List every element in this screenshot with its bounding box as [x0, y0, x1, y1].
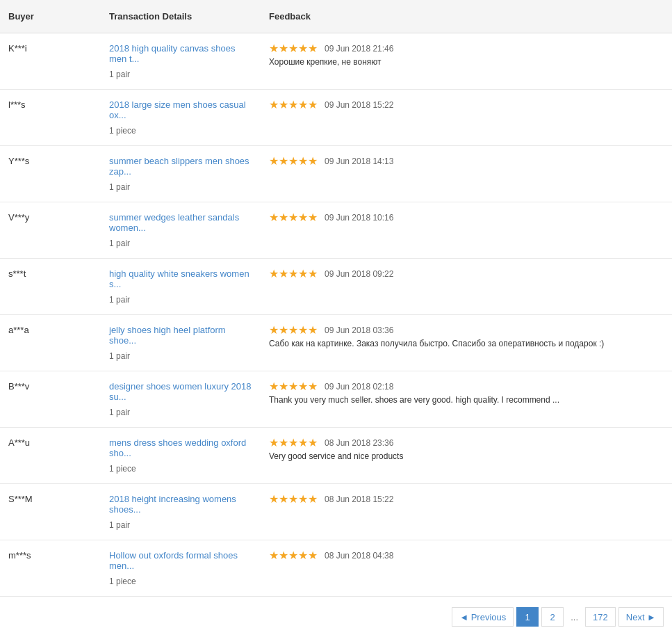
stars-row: ★★★★★ 09 Jun 2018 03:36: [269, 325, 664, 336]
feedback-date: 09 Jun 2018 14:13: [325, 156, 393, 166]
star-icon: ★: [269, 212, 279, 223]
star-icon: ★: [298, 381, 308, 392]
feedback-text: Very good service and nice products: [269, 451, 664, 461]
transaction-link[interactable]: summer wedges leather sandals women...: [109, 212, 252, 233]
transaction-link[interactable]: designer shoes women luxury 2018 su...: [109, 381, 252, 402]
star-icon: ★: [279, 550, 288, 561]
buyer-cell: A***u: [0, 428, 101, 483]
table-body: K***i 2018 high quality canvas shoes men…: [0, 33, 672, 597]
star-icon: ★: [298, 550, 308, 561]
stars: ★★★★★: [269, 437, 318, 449]
feedback-cell: ★★★★★ 09 Jun 2018 10:16: [261, 202, 672, 258]
star-icon: ★: [279, 494, 288, 505]
stars-row: ★★★★★ 08 Jun 2018 15:22: [269, 494, 664, 505]
quantity: 1 pair: [109, 239, 252, 248]
table-row: A***u mens dress shoes wedding oxford sh…: [0, 428, 672, 484]
transaction-link[interactable]: 2018 large size men shoes casual ox...: [109, 99, 252, 120]
feedback-cell: ★★★★★ 09 Jun 2018 02:18 Thank you very m…: [261, 371, 672, 427]
star-icon: ★: [298, 494, 308, 505]
table-row: l***s 2018 large size men shoes casual o…: [0, 90, 672, 146]
star-icon: ★: [288, 437, 298, 449]
feedback-date: 08 Jun 2018 15:22: [325, 494, 393, 504]
table-row: S***M 2018 height increasing womens shoe…: [0, 484, 672, 540]
page-1-button[interactable]: 1: [516, 607, 539, 627]
star-icon: ★: [308, 381, 318, 392]
star-icon: ★: [279, 156, 288, 167]
quantity: 1 pair: [109, 70, 252, 79]
quantity: 1 pair: [109, 295, 252, 305]
stars: ★★★★★: [269, 550, 318, 561]
next-button[interactable]: Next ►: [618, 607, 664, 627]
transaction-link[interactable]: 2018 high quality canvas shoes men t...: [109, 43, 252, 64]
stars-row: ★★★★★ 09 Jun 2018 21:46: [269, 43, 664, 54]
transaction-link[interactable]: high quality white sneakers women s...: [109, 268, 252, 289]
transaction-link[interactable]: 2018 height increasing womens shoes...: [109, 494, 252, 515]
reviews-table: Buyer Transaction Details Feedback K***i…: [0, 0, 672, 628]
feedback-text: Хорошие крепкие, не воняют: [269, 57, 664, 67]
star-icon: ★: [298, 437, 308, 449]
star-icon: ★: [288, 43, 298, 54]
table-row: m***s Hollow out oxfords formal shoes me…: [0, 540, 672, 597]
header-buyer: Buyer: [0, 7, 101, 26]
star-icon: ★: [298, 43, 308, 54]
star-icon: ★: [269, 325, 279, 336]
buyer-cell: Y***s: [0, 146, 101, 202]
star-icon: ★: [308, 325, 318, 336]
stars-row: ★★★★★ 09 Jun 2018 15:22: [269, 99, 664, 111]
buyer-name: A***u: [8, 437, 30, 448]
transaction-cell: high quality white sneakers women s... 1…: [101, 259, 261, 314]
star-icon: ★: [288, 212, 298, 223]
feedback-cell: ★★★★★ 09 Jun 2018 03:36 Сабо как на карт…: [261, 315, 672, 371]
transaction-cell: summer beach slippers men shoes zap... 1…: [101, 146, 261, 202]
feedback-cell: ★★★★★ 09 Jun 2018 09:22: [261, 259, 672, 314]
star-icon: ★: [298, 156, 308, 167]
feedback-date: 08 Jun 2018 23:36: [325, 438, 393, 448]
star-icon: ★: [269, 550, 279, 561]
feedback-date: 09 Jun 2018 21:46: [325, 44, 393, 54]
transaction-link[interactable]: Hollow out oxfords formal shoes men...: [109, 550, 252, 571]
page-2-button[interactable]: 2: [541, 607, 564, 627]
feedback-cell: ★★★★★ 08 Jun 2018 04:38: [261, 540, 672, 596]
buyer-name: V***y: [8, 212, 29, 223]
transaction-link[interactable]: jelly shoes high heel platform shoe...: [109, 325, 252, 346]
stars-row: ★★★★★ 09 Jun 2018 14:13: [269, 156, 664, 167]
star-icon: ★: [288, 494, 298, 505]
star-icon: ★: [279, 43, 288, 54]
star-icon: ★: [269, 43, 279, 54]
star-icon: ★: [288, 325, 298, 336]
buyer-name: m***s: [8, 550, 31, 561]
table-row: V***y summer wedges leather sandals wome…: [0, 202, 672, 259]
transaction-link[interactable]: mens dress shoes wedding oxford sho...: [109, 437, 252, 458]
buyer-name: s***t: [8, 268, 26, 279]
star-icon: ★: [308, 43, 318, 54]
feedback-date: 09 Jun 2018 15:22: [325, 100, 393, 110]
star-icon: ★: [279, 212, 288, 223]
feedback-date: 09 Jun 2018 03:36: [325, 325, 393, 335]
star-icon: ★: [269, 99, 279, 111]
stars-row: ★★★★★ 09 Jun 2018 09:22: [269, 268, 664, 280]
previous-button[interactable]: ◄ Previous: [452, 607, 514, 627]
stars: ★★★★★: [269, 381, 318, 392]
table-row: s***t high quality white sneakers women …: [0, 259, 672, 315]
feedback-cell: ★★★★★ 08 Jun 2018 23:36 Very good servic…: [261, 428, 672, 483]
quantity: 1 piece: [109, 577, 252, 586]
star-icon: ★: [288, 99, 298, 111]
star-icon: ★: [298, 212, 308, 223]
table-row: K***i 2018 high quality canvas shoes men…: [0, 33, 672, 90]
buyer-name: Y***s: [8, 156, 29, 166]
table-row: a***a jelly shoes high heel platform sho…: [0, 315, 672, 371]
transaction-link[interactable]: summer beach slippers men shoes zap...: [109, 156, 252, 177]
stars: ★★★★★: [269, 156, 318, 167]
pagination: ◄ Previous 1 2 ... 172 Next ►: [0, 597, 672, 628]
table-header: Buyer Transaction Details Feedback: [0, 0, 672, 33]
star-icon: ★: [308, 212, 318, 223]
quantity: 1 piece: [109, 464, 252, 474]
last-page-button[interactable]: 172: [585, 607, 616, 627]
table-row: B***v designer shoes women luxury 2018 s…: [0, 371, 672, 428]
buyer-cell: a***a: [0, 315, 101, 371]
quantity: 1 pair: [109, 408, 252, 417]
header-feedback: Feedback: [261, 7, 672, 26]
star-icon: ★: [288, 550, 298, 561]
transaction-cell: designer shoes women luxury 2018 su... 1…: [101, 371, 261, 427]
transaction-cell: summer wedges leather sandals women... 1…: [101, 202, 261, 258]
